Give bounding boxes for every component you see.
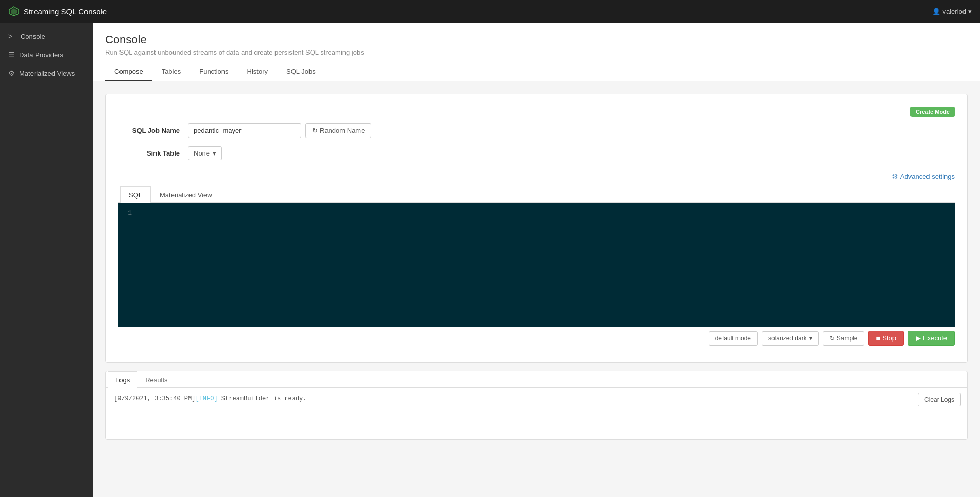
topbar-left: Streaming SQL Console (8, 6, 107, 17)
log-timestamp: [9/9/2021, 3:35:40 PM] (114, 395, 195, 402)
chevron-down-icon: ▾ (968, 8, 972, 15)
logs-tab-results[interactable]: Results (137, 371, 175, 388)
editor-input[interactable] (136, 203, 955, 327)
editor-controls: default mode solarized dark ▾ ↻ Sample ■… (118, 327, 955, 350)
refresh-icon: ↻ (312, 127, 318, 134)
content-area: Create Mode SQL Job Name ↻ Random Name S… (93, 81, 980, 497)
tab-sql-jobs[interactable]: SQL Jobs (277, 62, 325, 81)
refresh-icon: ↻ (830, 335, 835, 342)
tab-history[interactable]: History (238, 62, 277, 81)
theme-button[interactable]: solarized dark ▾ (762, 331, 819, 346)
random-name-button[interactable]: ↻ Random Name (305, 123, 371, 138)
play-icon: ▶ (916, 334, 921, 342)
clear-logs-button[interactable]: Clear Logs (918, 393, 961, 406)
execute-label: Execute (923, 334, 947, 342)
sidebar-item-label: Data Providers (19, 51, 63, 59)
materialized-views-icon: ⚙ (8, 69, 15, 77)
form-card: Create Mode SQL Job Name ↻ Random Name S… (105, 94, 968, 363)
username: valeriod (942, 8, 966, 15)
sub-tab-materialized-view[interactable]: Materialized View (151, 186, 221, 203)
stop-button[interactable]: ■ Stop (868, 331, 904, 346)
sql-job-name-input[interactable] (188, 123, 301, 138)
caret-down-icon: ▾ (213, 149, 216, 157)
data-providers-icon: ☰ (8, 50, 15, 59)
sql-job-name-row: SQL Job Name ↻ Random Name (118, 123, 955, 138)
logs-content: Clear Logs [9/9/2021, 3:35:40 PM][INFO] … (106, 388, 967, 439)
sink-table-label: Sink Table (118, 149, 180, 157)
page-title: Console (105, 33, 968, 46)
log-entry: [9/9/2021, 3:35:40 PM][INFO] StreamBuild… (114, 394, 959, 404)
console-icon: >_ (8, 32, 16, 40)
app-logo (8, 6, 20, 17)
create-mode-badge: Create Mode (910, 107, 955, 117)
stop-label: Stop (882, 334, 896, 342)
sidebar-item-console[interactable]: >_ Console (0, 27, 93, 45)
sample-label: Sample (837, 335, 858, 342)
advanced-settings-link[interactable]: ⚙ Advanced settings (892, 173, 955, 180)
sink-table-row: Sink Table None ▾ (118, 146, 955, 160)
sidebar-item-label: Console (21, 32, 45, 40)
page-header: Console Run SQL against unbounded stream… (93, 23, 980, 81)
execute-button[interactable]: ▶ Execute (908, 331, 955, 346)
tab-tables[interactable]: Tables (152, 62, 191, 81)
caret-down-icon: ▾ (809, 335, 812, 342)
editor-sub-tabs: SQL Materialized View (118, 186, 955, 203)
log-level: [INFO] (195, 395, 217, 402)
line-numbers: 1 (118, 203, 136, 327)
gear-icon: ⚙ (892, 173, 898, 180)
log-message: StreamBuilder is ready. (218, 395, 307, 402)
sidebar: >_ Console ☰ Data Providers ⚙ Materializ… (0, 23, 93, 497)
main-tabs: Compose Tables Functions History SQL Job… (105, 62, 968, 81)
sample-button[interactable]: ↻ Sample (823, 331, 865, 346)
advanced-settings-label: Advanced settings (900, 173, 955, 180)
tab-functions[interactable]: Functions (190, 62, 237, 81)
sidebar-item-data-providers[interactable]: ☰ Data Providers (0, 45, 93, 64)
logs-tab-logs[interactable]: Logs (108, 371, 137, 388)
user-icon: 👤 (932, 8, 940, 15)
main-content: Console Run SQL against unbounded stream… (93, 23, 980, 497)
stop-icon: ■ (876, 334, 880, 342)
theme-label: solarized dark (768, 335, 807, 342)
svg-marker-1 (11, 8, 17, 15)
line-number-1: 1 (122, 209, 132, 217)
mode-button[interactable]: default mode (709, 331, 758, 346)
app-title: Streaming SQL Console (24, 7, 107, 16)
sql-job-name-label: SQL Job Name (118, 127, 180, 134)
sink-table-value: None (194, 149, 210, 157)
logs-tabs: Logs Results (106, 371, 967, 388)
sink-table-dropdown[interactable]: None ▾ (188, 146, 222, 160)
topbar: Streaming SQL Console 👤 valeriod ▾ (0, 0, 980, 23)
sub-tab-sql[interactable]: SQL (120, 186, 151, 203)
tab-compose[interactable]: Compose (105, 62, 152, 81)
code-editor[interactable]: 1 (118, 203, 955, 327)
logs-card: Logs Results Clear Logs [9/9/2021, 3:35:… (105, 371, 968, 440)
user-menu[interactable]: 👤 valeriod ▾ (932, 8, 972, 15)
sidebar-item-label: Materialized Views (19, 70, 75, 77)
page-subtitle: Run SQL against unbounded streams of dat… (105, 48, 968, 56)
sidebar-item-materialized-views[interactable]: ⚙ Materialized Views (0, 64, 93, 82)
